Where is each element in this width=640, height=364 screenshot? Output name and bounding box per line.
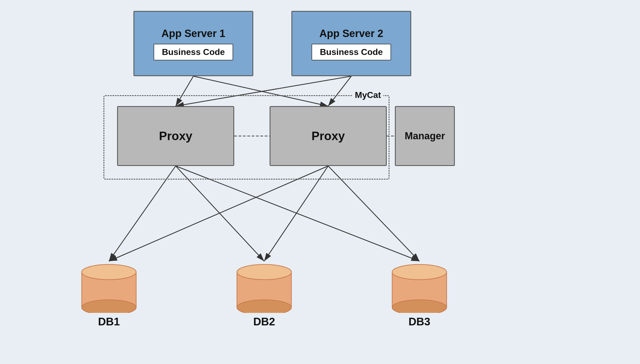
- db1-cylinder: [79, 258, 139, 313]
- manager-box: Manager: [395, 106, 455, 166]
- db1-container: DB1: [79, 258, 139, 328]
- diagram-container: App Server 1 Business Code App Server 2 …: [0, 0, 640, 364]
- svg-point-17: [237, 300, 291, 313]
- db2-cylinder: [234, 258, 294, 313]
- proxy-2-label: Proxy: [312, 129, 345, 143]
- svg-point-20: [392, 300, 447, 313]
- svg-line-10: [109, 166, 328, 261]
- svg-line-11: [264, 166, 328, 261]
- db2-label: DB2: [253, 316, 275, 328]
- svg-line-8: [176, 166, 264, 261]
- db3-label: DB3: [409, 316, 430, 328]
- db3-cylinder: [389, 258, 449, 313]
- svg-line-9: [176, 166, 419, 261]
- svg-line-12: [328, 166, 419, 261]
- svg-point-18: [237, 264, 291, 280]
- app-server-2-title: App Server 2: [319, 28, 383, 39]
- svg-point-14: [82, 300, 136, 313]
- app-server-1: App Server 1 Business Code: [133, 11, 253, 76]
- db1-label: DB1: [98, 316, 120, 328]
- business-code-1: Business Code: [154, 44, 233, 60]
- app-server-1-title: App Server 1: [161, 28, 225, 39]
- proxy-1-label: Proxy: [159, 129, 192, 143]
- db3-container: DB3: [389, 258, 449, 328]
- svg-line-7: [109, 166, 176, 261]
- svg-point-15: [82, 264, 136, 280]
- mycat-label: MyCat: [353, 90, 383, 100]
- svg-point-21: [392, 264, 447, 280]
- app-server-2: App Server 2 Business Code: [291, 11, 411, 76]
- proxy-2: Proxy: [270, 106, 387, 166]
- proxy-1: Proxy: [117, 106, 234, 166]
- db2-container: DB2: [234, 258, 294, 328]
- business-code-2: Business Code: [312, 44, 391, 60]
- manager-label: Manager: [405, 130, 445, 142]
